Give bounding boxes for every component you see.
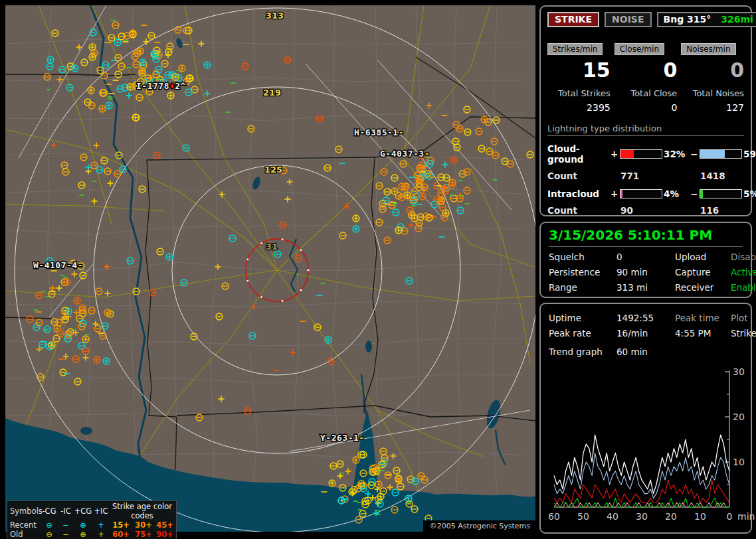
lake-2 [80,427,92,435]
status-value2-1: Active [731,267,756,277]
uptime-c3-0: Peak time [675,313,731,323]
mode-button-row: STRIKE NOISE Bng 315° 326mi [547,12,744,27]
plus-count-1: 90 [611,205,690,216]
legend-type-ncg: -CG [41,506,58,516]
map-canvas[interactable]: I-1778+2^H-6385-1-G-4037-3-W-4107-4-Y-26… [5,5,535,532]
minus-count-1: 116 [690,205,756,216]
stat-total-value-2: 127 [681,98,744,113]
trend-y-label-20: 20 [733,412,745,422]
trend-x-label-60: 60 [549,511,560,522]
uptime-c2-0: 1492:55 [616,313,675,323]
plus-bar-fill-1 [620,190,622,198]
distribution-row-0: Cloud-ground+32%−59% [547,143,744,165]
uptime-c4-1: Strike [731,328,756,339]
plus-cg-icon: ⊕ [74,520,92,530]
minus-bar-fill-1 [700,190,703,198]
legend-type-pcg: +CG [74,506,92,516]
minus-sign: − [690,189,700,199]
stat-total-label-2: Total Noises [681,82,744,98]
trend-graph-label: Trend graph [549,346,616,357]
plus-pct-1: 4% [664,189,690,199]
stat-rate-1: 0 [614,55,678,82]
receiver-status-panel: 3/15/2026 5:10:11 PM Squelch0UploadDisab… [539,222,752,298]
uptime-c1-0: Uptime [549,313,616,323]
plus-ic-icon: + [92,530,110,539]
trend-y-label-10: 10 [733,457,745,467]
legend-row-label: Old [9,530,41,539]
lightning-map[interactable]: I-1778+2^H-6385-1-G-4037-3-W-4107-4-Y-26… [5,5,535,532]
count-label-0: Count [547,171,611,181]
stat-column-2: Noises/min0Total Noises127 [681,43,744,113]
trend-series--CG [554,453,729,498]
close-ring-tick [282,238,284,240]
status-value1-2: 313 mi [616,282,675,293]
stat-total-value-1: 0 [614,98,678,113]
distribution-rows: Cloud-ground+32%−59%Count7711418Intraclo… [547,143,744,216]
trend-x-label-50: 50 [577,511,589,522]
age-code-75+: 75+ [132,530,155,539]
legend-type-pic: +IC [92,506,110,516]
storm-cell-label-0: I-1778+2^ [136,81,186,91]
strike-mode-button[interactable]: STRIKE [547,12,599,27]
stat-rate-0: 15 [547,55,611,82]
minus-bar-1 [700,189,742,198]
stats-row: Strikes/min15Total Strikes2395Close/min0… [547,43,744,113]
copyright-text: ©2005 Astrogenic Systems [423,520,535,532]
stat-rate-2: 0 [681,55,744,82]
status-row-0: Squelch0UploadDisabled [549,252,743,262]
trend-x-unit: min [737,511,755,522]
trend-series-+CG [554,480,729,502]
trend-series-Total strikes [554,435,729,493]
uptime-row-1: Peak rate16/min4:55 PMStrike [549,328,744,339]
count-label-1: Count [547,205,611,216]
trend-graph-label-row: Trend graph 60 min [549,346,744,357]
uptime-row-0: Uptime1492:55Peak timePlot [549,313,744,323]
age-code-30+: 30+ [132,520,155,530]
status-label2-0: Upload [675,252,731,262]
legend-row-old: Old⊖−⊕+60+75+90+ [9,530,175,539]
trend-panel: Uptime1492:55Peak timePlotPeak rate16/mi… [539,303,752,534]
datetime-display: 3/15/2026 5:10:11 PM [549,226,743,247]
bearing-readout: Bng 315° 326mi [657,12,756,27]
status-value1-1: 90 min [616,267,675,277]
trend-y-label-30: 30 [733,366,745,377]
distribution-label-0: Cloud-ground [547,143,611,165]
stat-chip-1: Close/min [614,43,664,55]
ring-label-125: 125 [264,165,282,175]
trend-x-label-20: 20 [665,511,677,522]
distribution-row-1: Intracloud+4%−5% [547,189,744,199]
legend-row-label: Recent [9,520,41,530]
status-label1-0: Squelch [549,252,616,262]
map-symbol-legend: Symbols -CG -IC +CG +IC Strike age color… [7,501,177,539]
stat-column-1: Close/min0Total Close0 [614,43,678,113]
distribution-count-row-0: Count7711418 [547,171,744,181]
status-value2-2: Enabled [731,282,756,293]
close-ring-tick [300,249,302,251]
trend-graph: 1020306050403020100min [549,357,756,524]
close-ring-tick [246,280,248,282]
close-ring-tick [308,270,310,271]
minus-cg-icon: ⊖ [41,520,58,530]
minus-sign: − [690,149,700,159]
plus-cg-icon: ⊕ [74,530,92,539]
storm-cell-label-2: G-4037-3- [380,149,430,159]
close-ring-tick [300,289,302,291]
close-ring-tick [282,300,284,302]
close-ring-tick [260,296,262,298]
ring-label-219: 219 [263,88,281,98]
plus-count-0: 771 [611,171,690,181]
noise-mode-button[interactable]: NOISE [605,12,651,27]
plus-pct-0: 32% [664,149,690,159]
uptime-c4-0: Plot [731,313,747,323]
distribution-label-1: Intracloud [547,189,611,199]
minus-ic-icon: − [58,520,74,530]
minus-ic-icon: − [58,530,74,539]
trend-x-label-40: 40 [607,511,618,522]
storm-cell-label-1: H-6385-1- [354,127,404,137]
trend-graph-window: 60 min [616,346,744,357]
legend-rows: Recent⊖−⊕+15+30+45+Old⊖−⊕+60+75+90+ [9,520,175,539]
stat-column-0: Strikes/min15Total Strikes2395 [547,43,611,113]
status-label1-1: Persistence [549,267,616,277]
storm-cell-label-3: W-4107-4- [33,260,83,270]
uptime-c2-1: 16/min [616,328,675,339]
